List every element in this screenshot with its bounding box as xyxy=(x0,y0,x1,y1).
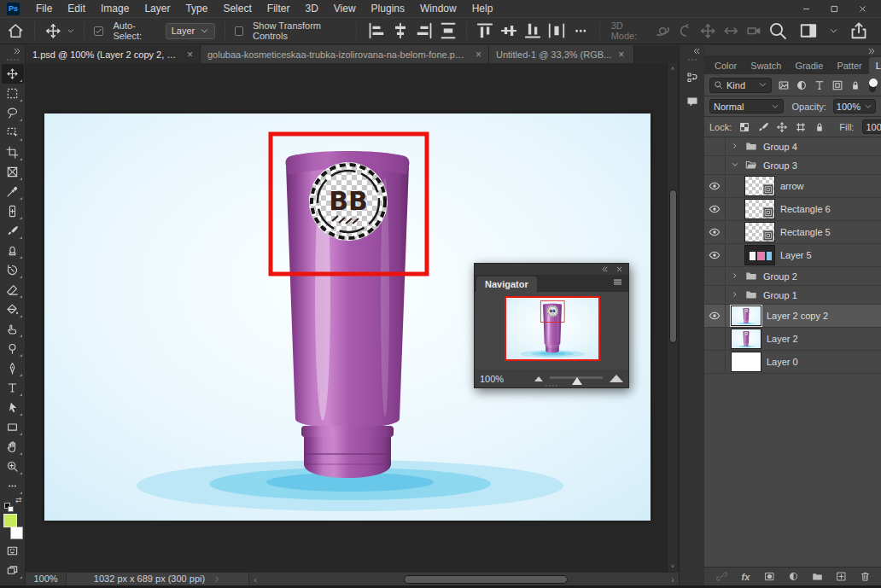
scroll-down-arrow[interactable]: ˅ xyxy=(668,562,678,570)
visibility-toggle[interactable] xyxy=(704,175,726,197)
menu-layer[interactable]: Layer xyxy=(137,3,178,15)
opacity-field[interactable]: 100% xyxy=(833,99,876,114)
edit-toolbar-button[interactable] xyxy=(2,476,24,496)
navigator-panel-menu[interactable] xyxy=(612,277,628,292)
panel-tab-gradie[interactable]: Gradie xyxy=(788,57,830,74)
filter-kind-dropdown[interactable]: Kind xyxy=(709,78,772,93)
crop-tool[interactable] xyxy=(2,143,24,162)
lasso-tool[interactable] xyxy=(2,103,24,123)
vertical-scrollbar-thumb[interactable] xyxy=(669,189,677,343)
lock-all-button[interactable] xyxy=(814,119,826,134)
layer-name[interactable]: Group 3 xyxy=(763,160,797,171)
panel-resize-grip[interactable] xyxy=(546,385,557,387)
filter-smart-object-button[interactable] xyxy=(849,78,861,92)
status-expand-icon[interactable] xyxy=(213,575,221,583)
layer-name[interactable]: Layer 5 xyxy=(780,250,812,260)
panel-tab-swatch[interactable]: Swatch xyxy=(744,57,788,74)
filter-type-layers-button[interactable] xyxy=(814,78,826,92)
align-right-button[interactable] xyxy=(414,20,435,41)
lock-artboard-button[interactable] xyxy=(795,119,807,134)
delete-layer-button[interactable] xyxy=(858,569,872,584)
navigator-zoom-value[interactable]: 100% xyxy=(480,374,504,384)
move-tool[interactable] xyxy=(2,64,24,84)
document-info[interactable]: 1032 px x 689 px (300 ppi) xyxy=(67,573,249,585)
dock-grip[interactable] xyxy=(688,59,697,61)
visibility-toggle[interactable] xyxy=(704,305,726,327)
navigator-tab[interactable]: Navigator xyxy=(476,277,537,292)
gradient-tool[interactable] xyxy=(2,300,24,319)
screen-mode-button[interactable] xyxy=(2,561,24,580)
zoom-slider-thumb[interactable] xyxy=(572,377,582,385)
chevron-right-icon[interactable] xyxy=(731,271,739,282)
layer-row-layer-2[interactable]: BBLayer 2 xyxy=(704,328,881,351)
layer-row-layer-0[interactable]: Layer 0 xyxy=(704,351,881,374)
move-tool-preset-icon[interactable] xyxy=(44,20,62,41)
align-left-button[interactable] xyxy=(366,20,387,41)
collapse-panels-icon[interactable] xyxy=(867,47,876,55)
menu-help[interactable]: Help xyxy=(464,3,501,15)
collapse-panel-icon[interactable] xyxy=(601,265,609,273)
visibility-toggle[interactable] xyxy=(704,351,726,373)
menu-file[interactable]: File xyxy=(28,3,60,15)
filter-pixel-layers-button[interactable] xyxy=(778,78,790,92)
menu-select[interactable]: Select xyxy=(215,3,259,15)
layer-row-arrow[interactable]: arrow xyxy=(704,175,881,198)
chevron-down-icon[interactable] xyxy=(731,160,739,171)
show-transform-checkbox[interactable] xyxy=(235,26,243,36)
zoom-in-button[interactable] xyxy=(610,375,623,382)
visibility-toggle[interactable] xyxy=(704,137,726,155)
close-icon[interactable] xyxy=(858,4,867,14)
eyedropper-tool[interactable] xyxy=(2,182,24,201)
horizontal-scroll-track[interactable] xyxy=(263,575,665,584)
swap-colors-icon[interactable]: ⇄ xyxy=(15,496,22,504)
link-layers-button[interactable] xyxy=(715,569,729,584)
healing-brush-tool[interactable] xyxy=(2,201,24,221)
smudge-tool[interactable] xyxy=(2,319,24,339)
vertical-scrollbar[interactable]: ˄ ˅ xyxy=(667,63,678,572)
fill-field[interactable]: 100% xyxy=(862,119,881,134)
scroll-right-arrow[interactable]: › xyxy=(667,574,679,585)
layer-row-group-2[interactable]: Group 2 xyxy=(704,267,881,286)
blend-mode-select[interactable]: Normal xyxy=(709,99,784,114)
navigator-proxy-view[interactable]: BB xyxy=(505,296,600,361)
layer-row-rectangle-5[interactable]: Rectangle 5 xyxy=(704,221,881,244)
filter-shape-layers-button[interactable] xyxy=(831,78,843,92)
panel-tab-patter[interactable]: Patter xyxy=(830,57,868,74)
panel-tab-color[interactable]: Color xyxy=(708,57,744,74)
new-group-button[interactable] xyxy=(810,569,825,584)
visibility-toggle[interactable] xyxy=(704,198,726,220)
background-color-swatch[interactable] xyxy=(10,527,23,539)
layer-name[interactable]: Rectangle 5 xyxy=(780,227,831,237)
default-swap-colors[interactable]: ⇄ xyxy=(3,498,22,509)
close-tab-icon[interactable]: × xyxy=(476,49,481,61)
layer-name[interactable]: Layer 2 copy 2 xyxy=(767,311,828,321)
toolbar-grip[interactable] xyxy=(7,59,19,61)
document-tab-1[interactable]: 1.psd @ 100% (Layer 2 copy 2, RGB/8) *× xyxy=(26,45,201,63)
zoom-tool[interactable] xyxy=(2,457,24,476)
layer-row-group-4[interactable]: Group 4 xyxy=(704,137,881,156)
layer-name[interactable]: Group 1 xyxy=(763,290,797,300)
menu-image[interactable]: Image xyxy=(93,3,137,15)
expand-panels-icon[interactable] xyxy=(692,47,701,55)
visibility-toggle[interactable] xyxy=(704,221,726,243)
chevron-down-icon[interactable] xyxy=(67,26,74,36)
auto-select-checkbox[interactable] xyxy=(94,26,103,36)
menu-3d[interactable]: 3D xyxy=(297,3,325,15)
object-selection-tool[interactable] xyxy=(2,123,24,143)
menu-window[interactable]: Window xyxy=(412,3,464,15)
menu-view[interactable]: View xyxy=(326,3,364,15)
visibility-toggle[interactable] xyxy=(704,244,726,266)
close-tab-icon[interactable]: × xyxy=(187,49,193,61)
chevron-down-icon[interactable] xyxy=(829,26,838,36)
layer-thumbnail[interactable] xyxy=(744,245,775,265)
visibility-toggle[interactable] xyxy=(704,286,726,304)
layer-style-button[interactable]: fx xyxy=(738,569,753,584)
align-top-button[interactable] xyxy=(475,20,495,41)
scroll-left-arrow[interactable]: ‹ xyxy=(249,574,261,585)
workspace-switcher-icon[interactable] xyxy=(798,20,819,41)
zoom-slider[interactable] xyxy=(550,373,603,385)
horizontal-scrollbar[interactable]: ‹ › xyxy=(249,573,679,585)
layer-thumbnail[interactable] xyxy=(731,352,761,372)
layer-name[interactable]: Group 2 xyxy=(763,271,797,282)
foreground-color-swatch[interactable] xyxy=(3,514,17,527)
